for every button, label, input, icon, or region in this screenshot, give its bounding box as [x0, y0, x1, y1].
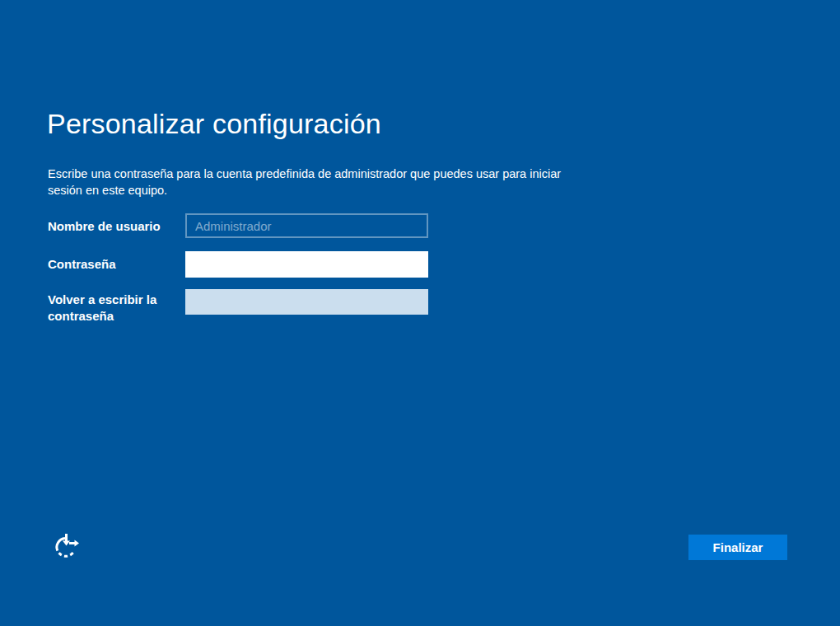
username-input[interactable] [185, 213, 428, 238]
confirm-password-input[interactable] [185, 289, 428, 315]
oobe-customize-settings-screen: Personalizar configuración Escribe una c… [0, 0, 840, 626]
password-label: Contraseña [48, 256, 173, 273]
username-label: Nombre de usuario [48, 218, 173, 235]
ease-of-access-button[interactable] [49, 528, 84, 563]
ease-of-access-icon [52, 530, 82, 560]
finish-button[interactable]: Finalizar [688, 535, 787, 560]
page-title: Personalizar configuración [47, 108, 381, 140]
password-input[interactable] [185, 251, 428, 278]
confirm-password-label: Volver a escribir la contraseña [48, 292, 173, 325]
page-description: Escribe una contraseña para la cuenta pr… [48, 166, 581, 199]
